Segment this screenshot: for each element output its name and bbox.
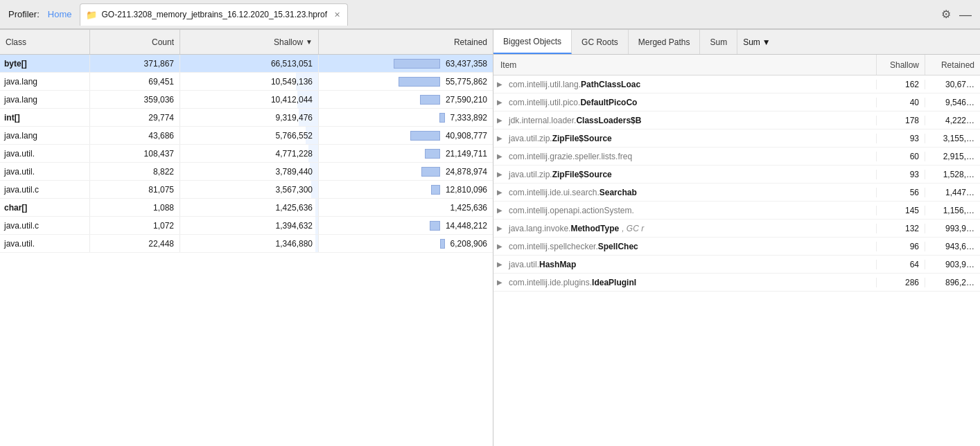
col-retained-header[interactable]: Retained bbox=[319, 30, 493, 54]
rc-shallow: 96 bbox=[876, 242, 925, 251]
list-item[interactable]: ▶ java.lang.invoke.MethodType, GC r 132 … bbox=[493, 220, 980, 238]
class-bold-part: ClassLoaders$B bbox=[576, 116, 641, 125]
tab-gc-roots[interactable]: GC Roots bbox=[572, 30, 629, 54]
cell-shallow: 1,346,880 bbox=[180, 235, 319, 252]
rc-item-name: com.intellij.grazie.speller.lists.freq bbox=[506, 152, 876, 161]
list-item[interactable]: ▶ com.intellij.util.pico.DefaultPicoCo 4… bbox=[493, 93, 980, 112]
expand-icon[interactable]: ▶ bbox=[493, 224, 506, 232]
cell-shallow: 1,394,632 bbox=[180, 217, 319, 234]
class-bold-part: PathClassLoac bbox=[581, 80, 640, 89]
gear-button[interactable]: ⚙ bbox=[941, 8, 951, 21]
table-row[interactable]: java.util. 8,822 3,789,440 24,878,974 bbox=[0, 163, 493, 181]
minimize-button[interactable]: — bbox=[959, 8, 972, 21]
cell-retained: 1,425,636 bbox=[319, 199, 493, 216]
tab-merged-paths[interactable]: Merged Paths bbox=[629, 30, 701, 54]
expand-icon[interactable]: ▶ bbox=[493, 134, 506, 142]
class-bold-part: IdeaPluginI bbox=[592, 278, 636, 287]
rc-retained: 903,9… bbox=[925, 260, 980, 269]
rc-shallow: 93 bbox=[876, 134, 925, 143]
table-row[interactable]: char[] 1,088 1,425,636 1,425,636 bbox=[0, 199, 493, 217]
title-bar: Profiler: Home 📁 GO-211.3208_memory_jetb… bbox=[0, 0, 980, 29]
table-row[interactable]: java.util.c 1,072 1,394,632 14,448,212 bbox=[0, 217, 493, 235]
class-plain-part: com.intellij.spellchecker. bbox=[509, 242, 598, 251]
list-item[interactable]: ▶ com.intellij.ide.plugins.IdeaPluginI 2… bbox=[493, 274, 980, 292]
cell-class: byte[] bbox=[0, 55, 90, 72]
minimize-icon: — bbox=[959, 8, 972, 21]
cell-retained: 24,878,974 bbox=[319, 163, 493, 180]
cell-count: 108,437 bbox=[90, 145, 180, 162]
gc-tag: , GC r bbox=[622, 224, 644, 233]
table-row[interactable]: java.lang 69,451 10,549,136 55,775,862 bbox=[0, 73, 493, 91]
expand-icon[interactable]: ▶ bbox=[493, 188, 506, 196]
file-icon: 📁 bbox=[86, 10, 97, 20]
table-row[interactable]: java.util. 22,448 1,346,880 6,208,906 bbox=[0, 235, 493, 253]
rc-item-name: com.intellij.util.lang.PathClassLoac bbox=[506, 80, 876, 89]
rc-item-name: com.intellij.ide.plugins.IdeaPluginI bbox=[506, 278, 876, 287]
col-count-header[interactable]: Count bbox=[90, 30, 180, 54]
cell-class: java.lang bbox=[0, 73, 90, 90]
table-row[interactable]: java.util. 108,437 4,771,228 21,149,711 bbox=[0, 145, 493, 163]
cell-count: 8,822 bbox=[90, 163, 180, 180]
list-item[interactable]: ▶ com.intellij.spellchecker.SpellChec 96… bbox=[493, 238, 980, 256]
cell-class: java.util.c bbox=[0, 217, 90, 234]
expand-icon[interactable]: ▶ bbox=[493, 80, 506, 88]
rc-retained: 943,6… bbox=[925, 242, 980, 251]
list-item[interactable]: ▶ java.util.HashMap 64 903,9… bbox=[493, 256, 980, 274]
expand-icon[interactable]: ▶ bbox=[493, 242, 506, 250]
cell-shallow: 1,425,636 bbox=[180, 199, 319, 216]
expand-icon[interactable]: ▶ bbox=[493, 278, 506, 286]
cell-class: java.util.c bbox=[0, 181, 90, 198]
col-class-header[interactable]: Class bbox=[0, 30, 90, 54]
table-row[interactable]: byte[] 371,867 66,513,051 63,437,358 bbox=[0, 55, 493, 73]
list-item[interactable]: ▶ com.intellij.grazie.speller.lists.freq… bbox=[493, 148, 980, 166]
class-bold-part: SpellChec bbox=[598, 242, 638, 251]
list-item[interactable]: ▶ com.intellij.util.lang.PathClassLoac 1… bbox=[493, 75, 980, 93]
cell-class: java.util. bbox=[0, 163, 90, 180]
rc-item-name: com.intellij.spellchecker.SpellChec bbox=[506, 242, 876, 251]
expand-icon[interactable]: ▶ bbox=[493, 116, 506, 124]
expand-icon[interactable]: ▶ bbox=[493, 152, 506, 160]
rc-shallow: 178 bbox=[876, 116, 925, 125]
expand-icon[interactable]: ▶ bbox=[493, 206, 506, 214]
profiler-label: Profiler: bbox=[8, 9, 40, 19]
table-row[interactable]: java.lang 359,036 10,412,044 27,590,210 bbox=[0, 91, 493, 109]
rc-shallow: 60 bbox=[876, 152, 925, 161]
rc-retained: 9,546… bbox=[925, 98, 980, 107]
tab-sum[interactable]: Sum bbox=[700, 30, 737, 54]
table-row[interactable]: java.util.c 81,075 3,567,300 12,810,096 bbox=[0, 181, 493, 199]
tab-biggest-objects[interactable]: Biggest Objects bbox=[493, 30, 572, 54]
table-row[interactable]: java.lang 43,686 5,766,552 40,908,777 bbox=[0, 127, 493, 145]
cell-count: 359,036 bbox=[90, 91, 180, 108]
rc-item-name: com.intellij.ide.ui.search.Searchab bbox=[506, 188, 876, 197]
list-item[interactable]: ▶ java.util.zip.ZipFile$Source 93 1,528,… bbox=[493, 166, 980, 184]
list-item[interactable]: ▶ jdk.internal.loader.ClassLoaders$B 178… bbox=[493, 112, 980, 130]
class-plain-part: java.util.zip. bbox=[509, 134, 552, 143]
cell-count: 29,774 bbox=[90, 109, 180, 126]
cell-count: 371,867 bbox=[90, 55, 180, 72]
home-link[interactable]: Home bbox=[48, 9, 72, 19]
right-panel: Biggest ObjectsGC RootsMerged PathsSumSu… bbox=[493, 30, 980, 446]
tab-more[interactable]: Sum▼ bbox=[737, 30, 776, 54]
table-row[interactable]: int[] 29,774 9,319,476 7,333,892 bbox=[0, 109, 493, 127]
rc-shallow: 40 bbox=[876, 98, 925, 107]
list-item[interactable]: ▶ com.intellij.ide.ui.search.Searchab 56… bbox=[493, 184, 980, 202]
class-bold-part: Searchab bbox=[600, 188, 637, 197]
cell-class: java.util. bbox=[0, 235, 90, 252]
col-shallow-header[interactable]: Shallow ▼ bbox=[180, 30, 319, 54]
rc-retained: 2,915,… bbox=[925, 152, 980, 161]
list-item[interactable]: ▶ com.intellij.openapi.actionSystem. 145… bbox=[493, 202, 980, 220]
class-bold-part: ZipFile$Source bbox=[552, 134, 612, 143]
cell-count: 1,088 bbox=[90, 199, 180, 216]
list-item[interactable]: ▶ java.util.zip.ZipFile$Source 93 3,155,… bbox=[493, 130, 980, 148]
expand-icon[interactable]: ▶ bbox=[493, 260, 506, 268]
expand-icon[interactable]: ▶ bbox=[493, 98, 506, 106]
cell-shallow: 10,549,136 bbox=[180, 73, 319, 90]
rc-retained: 1,528,… bbox=[925, 170, 980, 179]
cell-retained: 21,149,711 bbox=[319, 145, 493, 162]
file-tab[interactable]: 📁 GO-211.3208_memory_jetbrains_16.12.202… bbox=[80, 3, 348, 26]
left-table-body: byte[] 371,867 66,513,051 63,437,358 jav… bbox=[0, 55, 493, 446]
rc-shallow: 56 bbox=[876, 188, 925, 197]
cell-shallow: 3,567,300 bbox=[180, 181, 319, 198]
tab-close-icon[interactable]: ✕ bbox=[334, 10, 340, 19]
expand-icon[interactable]: ▶ bbox=[493, 170, 506, 178]
